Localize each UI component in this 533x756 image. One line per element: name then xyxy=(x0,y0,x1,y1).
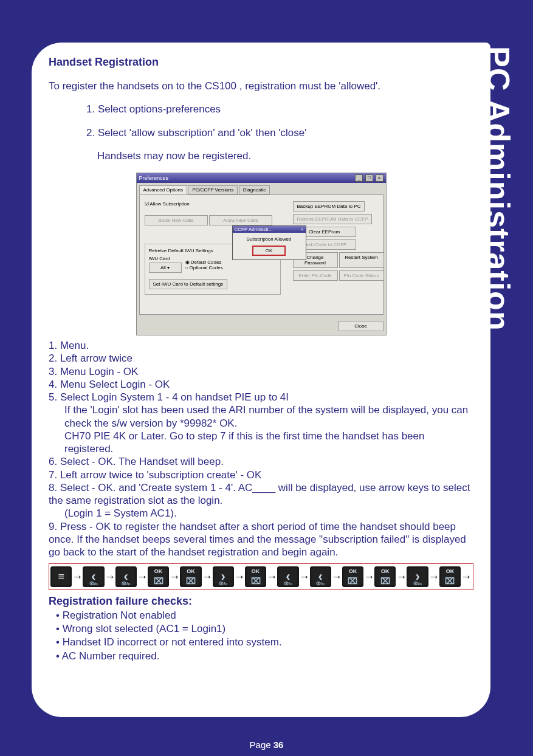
step-2: 2. Left arrow twice xyxy=(49,352,473,365)
key-left-icon: ⦿/c xyxy=(277,566,298,587)
step-5a: If the 'Login' slot has been used the AR… xyxy=(64,404,473,430)
close-icon[interactable]: × xyxy=(376,174,383,182)
key-right-icon: ⦿/c xyxy=(407,566,428,587)
check-1: Registration Not enabled xyxy=(56,609,473,622)
dialog-close-icon[interactable]: × xyxy=(301,227,304,232)
radio-optional-codes[interactable]: ○ Optional Codes xyxy=(185,265,223,270)
intro-step-2: 2. Select 'allow subscription' and 'ok' … xyxy=(86,126,473,139)
iwu-card-value: All xyxy=(160,265,166,270)
arrow-icon: → xyxy=(105,571,115,583)
window-controls: _ □ × xyxy=(354,174,383,182)
allow-new-calls-button[interactable]: Allow New Calls xyxy=(209,215,272,225)
key-ok-icon xyxy=(374,566,396,587)
failure-title: Registration failure checks: xyxy=(49,595,473,608)
dialog-title: CCFP Administr... xyxy=(235,227,273,232)
dialog-titlebar: CCFP Administr... × xyxy=(233,226,306,233)
arrow-icon: → xyxy=(202,571,213,583)
tab-versions[interactable]: PC/CCFP Versions xyxy=(188,185,238,194)
section-title: Handset Registration xyxy=(49,56,473,69)
minimize-icon[interactable]: _ xyxy=(355,174,363,182)
key-right-icon: ⦿/c xyxy=(213,566,234,587)
iwu-card-label: IWU Card xyxy=(149,256,182,261)
intro-step-note: Handsets may now be registered. xyxy=(97,149,473,162)
dialog-message: Subscription Allowed xyxy=(236,236,302,242)
key-left-icon: ⦿/c xyxy=(310,566,331,587)
radio-default-codes[interactable]: ◉ Default Codes xyxy=(185,259,223,265)
key-ok-icon xyxy=(439,566,461,587)
step-7: 7. Left arrow twice to 'subscription cre… xyxy=(49,469,473,481)
check-3: Handset ID incorrect or not entered into… xyxy=(56,636,473,649)
subscription-dialog: CCFP Administr... × Subscription Allowed… xyxy=(232,225,306,260)
step-8: 8. Select - OK. and 'Create system 1 - 4… xyxy=(49,481,473,507)
key-ok-icon xyxy=(148,566,169,587)
arrow-icon: → xyxy=(72,571,83,583)
block-new-calls-button[interactable]: Block New Calls xyxy=(145,215,208,225)
check-4: AC Number required. xyxy=(56,650,473,663)
intro-text: To register the handsets on to the CS100… xyxy=(49,80,473,92)
pin-status-button[interactable]: Pin Code Status xyxy=(339,270,384,281)
footer-page-number: 36 xyxy=(273,740,284,750)
restart-button[interactable]: Restart System xyxy=(339,252,384,268)
failure-checks-list: Registration Not enabled Wrong slot sele… xyxy=(56,609,473,662)
arrow-icon: → xyxy=(234,571,245,583)
close-button[interactable]: Close xyxy=(339,321,383,331)
arrow-icon: → xyxy=(331,571,342,583)
window-titlebar: Preferences _ □ × xyxy=(137,173,386,183)
step-8a: (Login 1 = System AC1). xyxy=(64,507,473,520)
footer-label: Page xyxy=(250,740,273,750)
tabs-row: Advanced Options PC/CCFP Versions Diagno… xyxy=(137,183,386,194)
tab-advanced[interactable]: Advanced Options xyxy=(139,185,187,194)
backup-button[interactable]: Backup EEPROM Data to PC xyxy=(293,201,365,211)
allow-subscription-label: Allow Subscription xyxy=(150,201,189,207)
set-default-button[interactable]: Set IWU Card to Default settings xyxy=(149,279,228,289)
preferences-window: Preferences _ □ × Advanced Options PC/CC… xyxy=(136,173,387,335)
maximize-icon[interactable]: □ xyxy=(365,174,373,182)
intro-step-1: 1. Select options-preferences xyxy=(86,103,473,115)
step-6: 6. Select - OK. The Handset will beep. xyxy=(49,455,473,468)
step-5: 5. Select Login System 1 - 4 on handset … xyxy=(49,391,473,404)
restore-button[interactable]: Restore EEPROM Data to CCFP xyxy=(293,214,373,224)
step-5b: CH70 PIE 4K or Later. Go to step 7 if th… xyxy=(64,430,473,456)
key-menu-icon xyxy=(50,566,72,587)
button-sequence-strip: →⦿/c→⦿/c→→→⦿/c→→⦿/c→⦿/c→→→⦿/c→→ xyxy=(49,563,473,590)
dialog-ok-button[interactable]: OK xyxy=(252,246,286,256)
arrow-icon: → xyxy=(428,571,439,583)
window-title: Preferences xyxy=(139,175,169,181)
arrow-icon: → xyxy=(461,571,472,583)
check-2: Wrong slot selected (AC1 = Login1) xyxy=(56,622,473,636)
step-9: 9. Press - OK to register the handset af… xyxy=(49,520,473,559)
arrow-icon: → xyxy=(299,571,310,583)
panel-body: ☑ Allow Subscription Block New Calls All… xyxy=(139,194,383,315)
arrow-icon: → xyxy=(266,571,277,583)
page-content: Handset Registration To register the han… xyxy=(32,43,490,717)
arrow-icon: → xyxy=(396,571,407,583)
enter-pin-button[interactable]: Enter Pin Code xyxy=(293,270,338,281)
arrow-icon: → xyxy=(137,571,148,583)
key-ok-icon xyxy=(180,566,201,587)
key-ok-icon xyxy=(342,566,363,587)
step-4: 4. Menu Select Login - OK xyxy=(49,378,473,391)
radio-optional-label: Optional Codes xyxy=(190,265,223,270)
tab-diagnostic[interactable]: Diagnostic xyxy=(239,185,270,194)
iwu-card-select[interactable]: All ▾ xyxy=(149,263,182,273)
radio-default-label: Default Codes xyxy=(191,259,222,265)
page-footer: Page 36 xyxy=(0,740,533,750)
key-ok-icon xyxy=(245,566,266,587)
step-3: 3. Menu Login - OK xyxy=(49,365,473,378)
arrow-icon: → xyxy=(169,571,180,583)
arrow-icon: → xyxy=(363,571,374,583)
key-left-icon: ⦿/c xyxy=(83,566,104,587)
key-left-icon: ⦿/c xyxy=(115,566,137,587)
step-1: 1. Menu. xyxy=(49,339,473,352)
